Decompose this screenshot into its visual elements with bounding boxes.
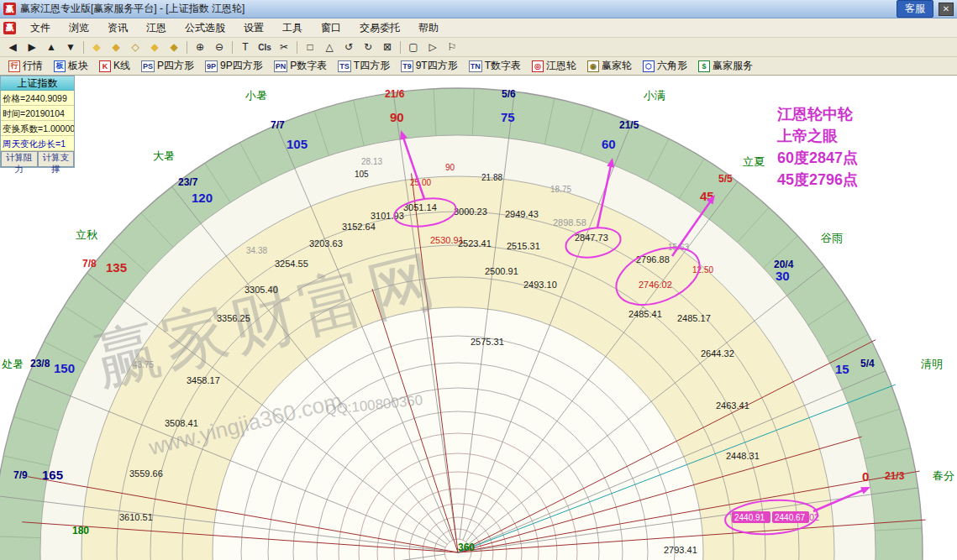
toolbar-item-p-table[interactable]: PNP数字表 <box>269 57 333 75</box>
main-area: 赢家财富网www.yingjia360.comQQ:100800360小暑21/… <box>0 76 957 560</box>
wheel-label: 2746.02 <box>639 280 672 290</box>
app-logo-icon: 赢 <box>3 3 16 15</box>
wheel-label: 34.38 <box>246 246 267 255</box>
wheel-label: 7/8 <box>82 258 97 270</box>
toolbar-item-9p-square[interactable]: 9P9P四方形 <box>200 57 268 75</box>
back-icon[interactable]: ◀ <box>3 39 22 55</box>
tool-t-icon[interactable]: T <box>236 39 255 55</box>
toolbar-item-winner-wheel[interactable]: ◉赢家轮 <box>582 57 637 75</box>
diamond-1-icon[interactable]: ◆ <box>87 39 106 55</box>
wheel-label: 春分 <box>933 469 954 482</box>
diamond-3-icon[interactable]: ◇ <box>126 39 145 55</box>
wheel-label: 2793.41 <box>664 545 697 555</box>
toolbar-item-p-square[interactable]: PSP四方形 <box>136 57 199 75</box>
dashed-rect-icon[interactable]: ▢ <box>404 39 423 55</box>
rect-shape-icon[interactable]: □ <box>301 39 319 55</box>
sectors-icon: 板 <box>54 60 66 72</box>
toolbar-item-winner-service[interactable]: $赢家服务 <box>693 57 758 75</box>
wheel-label: 21/6 <box>385 88 405 100</box>
9p-square-icon: 9P <box>205 60 218 72</box>
menu-items: 文件浏览资讯江恩公式选股设置工具窗口交易委托帮助 <box>21 18 448 38</box>
wheel-label: 15 <box>835 362 849 376</box>
menu-item-10[interactable]: 帮助 <box>409 18 448 38</box>
winner-service-icon: $ <box>698 60 710 72</box>
wheel-label: 2485.17 <box>677 313 711 323</box>
rotate-right-icon[interactable]: ↻ <box>359 39 377 55</box>
kline-label: K线 <box>113 59 130 73</box>
zoom-in-icon[interactable]: ⊕ <box>191 39 209 55</box>
toolbar-separator <box>297 41 297 54</box>
diamond-4-icon[interactable]: ◆ <box>145 39 164 55</box>
panel-row-price: 价格=2440.9099 <box>1 91 74 106</box>
menu-item-2[interactable]: 浏览 <box>60 18 98 38</box>
menu-item-9[interactable]: 交易委托 <box>350 18 409 38</box>
wheel-label: 5/6 <box>502 88 516 100</box>
wheel-label: 2493.10 <box>523 280 557 290</box>
down-icon[interactable]: ▼ <box>61 39 80 55</box>
wheel-label: 12.50 <box>692 265 713 275</box>
wheel-label: 小暑 <box>245 89 267 102</box>
wheel-label: 3203.63 <box>309 238 343 249</box>
toolbar-item-kline[interactable]: KK线 <box>94 57 135 75</box>
wheel-label: 2523.41 <box>458 238 492 249</box>
wheel-label: 75 <box>501 110 515 124</box>
menu-item-7[interactable]: 工具 <box>273 18 312 38</box>
cut-icon[interactable]: ✂ <box>275 39 293 55</box>
t-square-label: T四方形 <box>354 59 390 73</box>
winner-service-label: 赢家服务 <box>712 59 753 73</box>
wheel-label: 43.75 <box>133 360 154 369</box>
menu-item-4[interactable]: 江恩 <box>137 18 176 38</box>
close-icon[interactable]: ✕ <box>939 3 954 16</box>
wheel-label: 2515.31 <box>507 241 540 251</box>
diamond-2-icon[interactable]: ◆ <box>107 39 125 55</box>
flag-icon[interactable]: ⚐ <box>443 39 461 55</box>
winner-wheel-icon: ◉ <box>587 60 599 72</box>
rotate-left-icon[interactable]: ↺ <box>339 39 358 55</box>
toolbar-item-quotes[interactable]: 行行情 <box>3 57 48 75</box>
t-table-icon: TN <box>469 60 482 72</box>
menu-item-5[interactable]: 公式选股 <box>176 18 234 38</box>
wheel-label: 3610.51 <box>119 512 153 522</box>
annotation-text: 江恩轮中轮 <box>776 106 854 123</box>
wheel-label: 5/5 <box>718 173 733 185</box>
wheel-label: 90 <box>445 163 455 172</box>
calc-resistance-button[interactable]: 计算阻力 <box>1 151 38 167</box>
9t-square-label: 9T四方形 <box>416 59 458 73</box>
toolbar-item-hexagon[interactable]: ⬡六角形 <box>638 57 692 75</box>
wheel-label: 3152.64 <box>342 222 376 232</box>
customer-service-button[interactable]: 客服 <box>897 0 933 18</box>
wheel-label: 3000.23 <box>454 207 487 217</box>
wheel-label: 21.88 <box>481 173 502 182</box>
toolbar-separator <box>232 41 233 54</box>
pointer-icon[interactable]: ▷ <box>423 39 442 55</box>
calc-support-button[interactable]: 计算支撑 <box>38 151 75 167</box>
up-icon[interactable]: ▲ <box>42 39 60 55</box>
zoom-out-icon[interactable]: ⊖ <box>210 39 229 55</box>
quotes-label: 行情 <box>23 59 43 73</box>
wheel-label: 谷雨 <box>821 232 843 244</box>
toolbar-item-gann-wheel[interactable]: ◎江恩轮 <box>527 57 581 75</box>
toolbar-item-sectors[interactable]: 板板块 <box>49 57 93 75</box>
p-table-icon: PN <box>274 60 288 72</box>
9t-square-icon: T9 <box>401 60 413 72</box>
wheel-label: 2847.73 <box>575 233 608 243</box>
wheel-label: 0 <box>862 469 869 484</box>
toolbar-views: 行行情板板块KK线PSP四方形9P9P四方形PNP数字表TST四方形T99T四方… <box>0 57 957 76</box>
menu-item-1[interactable]: 文件 <box>21 18 60 38</box>
wheel-label: 21/3 <box>885 470 905 482</box>
region-select-icon[interactable]: ⊠ <box>378 39 397 55</box>
toolbar-item-t-square[interactable]: TST四方形 <box>333 57 395 75</box>
menu-item-8[interactable]: 窗口 <box>312 18 350 38</box>
wheel-label: 2500.91 <box>485 266 518 276</box>
forward-icon[interactable]: ▶ <box>23 39 41 55</box>
menu-item-6[interactable]: 设置 <box>234 18 273 38</box>
highlight-box-value: 2440.67 <box>775 513 806 522</box>
menu-item-3[interactable]: 资讯 <box>98 18 137 38</box>
panel-row-time: 时间=20190104 <box>1 106 74 121</box>
annotation-text: 60度2847点 <box>777 149 858 166</box>
toolbar-item-t-table[interactable]: TNT数字表 <box>464 57 526 75</box>
diamond-5-icon[interactable]: ◆ <box>165 39 183 55</box>
triangle-shape-icon[interactable]: △ <box>320 39 339 55</box>
cls-icon[interactable]: CIs <box>255 39 274 55</box>
toolbar-item-9t-square[interactable]: T99T四方形 <box>396 57 463 75</box>
